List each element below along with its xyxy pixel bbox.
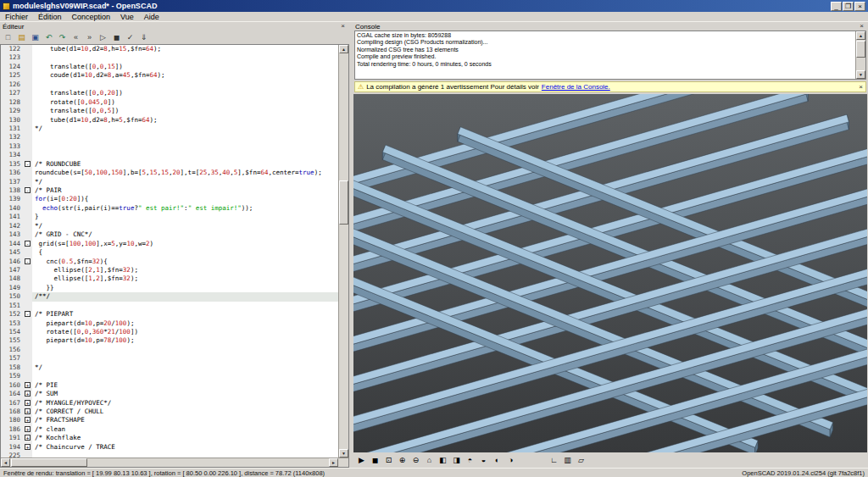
code-text[interactable]	[32, 354, 338, 363]
check-icon[interactable]: ✓	[124, 31, 136, 43]
maximize-button[interactable]: ❐	[843, 2, 854, 11]
code-line[interactable]: 164+/* SUM	[1, 390, 338, 398]
console-scrollbar[interactable]: ▲ ▼	[855, 31, 865, 79]
code-text[interactable]: piepart(d=10,p=20/100);	[32, 319, 338, 328]
code-line[interactable]: 132	[1, 133, 338, 141]
code-text[interactable]	[32, 142, 338, 151]
code-line[interactable]: 138-/* PAIR	[1, 186, 338, 195]
title-bar[interactable]: moduleslghsV09WIP.scad* - OpenSCAD _ ❐ ×	[0, 0, 868, 12]
code-text[interactable]: /* GRID - CNC*/	[32, 230, 338, 239]
code-text[interactable]	[32, 53, 338, 62]
code-text[interactable]	[32, 346, 338, 354]
fold-marker-icon[interactable]: -	[23, 160, 32, 169]
code-line[interactable]: 126	[1, 80, 338, 89]
code-line[interactable]: 157	[1, 354, 338, 363]
code-text[interactable]: */	[32, 178, 338, 186]
console-window-link[interactable]: Fenêtre de la Console.	[542, 83, 610, 91]
top-view-icon[interactable]: ◓	[464, 454, 476, 466]
code-line[interactable]: 149 }}	[1, 284, 338, 292]
console-close-icon[interactable]: ×	[858, 23, 865, 30]
code-text[interactable]: tube(d1=10,d2=8,h=15,$fn=64);	[32, 45, 338, 53]
code-line[interactable]: 124 translate([0,0,15])	[1, 63, 338, 71]
editor-close-icon[interactable]: ×	[339, 23, 347, 30]
code-text[interactable]: rotate([0,0,360*21/100])	[32, 328, 338, 336]
render-icon[interactable]: ◼	[369, 454, 381, 466]
front-view-icon[interactable]: ◐	[491, 454, 504, 466]
code-line[interactable]: 143/* GRID - CNC*/	[1, 230, 338, 239]
left-view-icon[interactable]: ◧	[437, 454, 449, 466]
code-text[interactable]: /* FRACTSHAPE	[32, 416, 338, 424]
unindent-icon[interactable]: «	[70, 31, 82, 43]
code-text[interactable]: /* ROUNDCUBE	[32, 160, 338, 169]
scroll-up-icon[interactable]: ▲	[339, 45, 348, 53]
show-scale-icon[interactable]: ▥	[561, 454, 574, 466]
code-line[interactable]: 134	[1, 151, 338, 159]
code-line[interactable]: 140 echo(str(i,pair(i)==true?" est pair!…	[1, 204, 338, 213]
code-text[interactable]: }	[32, 213, 338, 221]
menu-fichier[interactable]: Fichier	[0, 13, 33, 21]
code-line[interactable]: 167+/* MYANGLE/HYPOVEC*/	[1, 399, 338, 408]
code-text[interactable]: */	[32, 125, 338, 133]
console-scroll-down-icon[interactable]: ▼	[856, 70, 865, 79]
fold-marker-icon[interactable]: +	[23, 408, 32, 416]
code-text[interactable]: piepart(d=10,p=78/100);	[32, 336, 338, 345]
code-text[interactable]	[32, 133, 338, 141]
code-text[interactable]: /* SUM	[32, 390, 338, 398]
code-line[interactable]: 144- grid(s=[100,100],x=5,y=10,w=2)	[1, 240, 338, 248]
code-text[interactable]: /* CORRECT / CHULL	[32, 408, 338, 416]
3d-viewport[interactable]	[353, 94, 867, 452]
orthogonal-view-icon[interactable]: ▱	[575, 454, 587, 466]
code-text[interactable]: /* Chaincurve / TRACE	[32, 443, 338, 452]
console-scroll-thumb[interactable]	[856, 41, 865, 58]
view-all-icon[interactable]: ⊡	[382, 454, 395, 466]
fold-marker-icon[interactable]: +	[23, 381, 32, 390]
console-scroll-up-icon[interactable]: ▲	[856, 31, 865, 40]
code-text[interactable]: ellipse([1,2],$fn=32);	[32, 275, 338, 283]
code-line[interactable]: 225	[1, 452, 338, 458]
code-text[interactable]: /* clean	[32, 425, 338, 434]
code-text[interactable]: translate([0,0,20])	[32, 89, 338, 97]
code-text[interactable]	[32, 372, 338, 380]
code-text[interactable]: translate([0,0,15])	[32, 63, 338, 71]
code-text[interactable]: echo(str(i,pair(i)==true?" est pair!":" …	[32, 204, 338, 213]
code-text[interactable]: /* PIEPART	[32, 310, 338, 319]
preview-icon[interactable]: ▶	[355, 454, 368, 466]
code-line[interactable]: 125 coude(d1=10,d2=8,a=45,$fn=64);	[1, 71, 338, 80]
code-line[interactable]: 160+/* PIE	[1, 381, 338, 390]
right-view-icon[interactable]: ◨	[450, 454, 463, 466]
back-view-icon[interactable]: ◑	[504, 454, 517, 466]
show-axes-icon[interactable]: ∟	[548, 454, 560, 466]
code-line[interactable]: 153 piepart(d=10,p=20/100);	[1, 319, 338, 328]
code-text[interactable]: roundcube(s=[50,100,150],b=[5,15,15,20],…	[32, 169, 338, 177]
code-text[interactable]: for(i=[0:20]){	[32, 195, 338, 203]
code-line[interactable]: 191+/* Kochflake	[1, 434, 338, 442]
scroll-left-icon[interactable]: ◄	[1, 458, 10, 467]
code-line[interactable]: 145 {	[1, 248, 338, 257]
code-line[interactable]: 141}	[1, 213, 338, 221]
export-icon[interactable]: ⇓	[137, 31, 150, 43]
code-text[interactable]	[32, 452, 338, 458]
code-text[interactable]: */	[32, 222, 338, 230]
fold-marker-icon[interactable]: -	[23, 258, 32, 266]
code-line[interactable]: 133	[1, 142, 338, 151]
redo-icon[interactable]: ↷	[56, 31, 69, 43]
scroll-down-icon[interactable]: ▼	[339, 449, 348, 458]
code-text[interactable]	[32, 80, 338, 89]
code-line[interactable]: 180+/* FRACTSHAPE	[1, 416, 338, 424]
code-line[interactable]: 142*/	[1, 222, 338, 230]
code-line[interactable]: 156	[1, 346, 338, 354]
code-text[interactable]: }}	[32, 284, 338, 292]
fold-marker-icon[interactable]: +	[23, 416, 32, 424]
code-text[interactable]: /**/	[32, 292, 338, 301]
code-line[interactable]: 146- cnc(0.5,$fn=32){	[1, 258, 338, 266]
fold-marker-icon[interactable]: +	[23, 443, 32, 452]
code-text[interactable]: cnc(0.5,$fn=32){	[32, 258, 338, 266]
bottom-view-icon[interactable]: ◒	[477, 454, 490, 466]
code-line[interactable]: 122 tube(d1=10,d2=8,h=15,$fn=64);	[1, 45, 338, 53]
code-line[interactable]: 151	[1, 302, 338, 310]
code-text[interactable]: /* MYANGLE/HYPOVEC*/	[32, 399, 338, 408]
editor-vertical-scrollbar[interactable]: ▲ ▼	[338, 45, 348, 458]
close-button[interactable]: ×	[854, 2, 865, 11]
fold-marker-icon[interactable]: -	[23, 240, 32, 248]
code-line[interactable]: 168+/* CORRECT / CHULL	[1, 408, 338, 416]
